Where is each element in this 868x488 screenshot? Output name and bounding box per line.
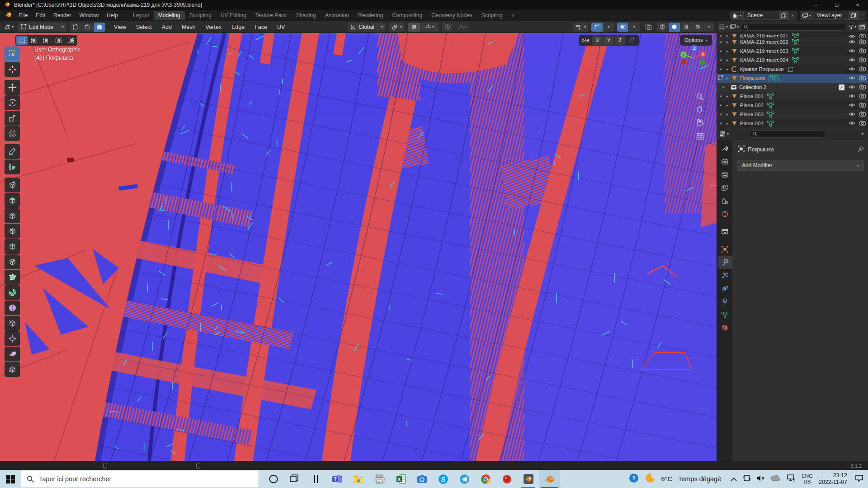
snap-settings-dropdown[interactable]: ▾ [420,23,439,32]
hide-eye-icon[interactable] [849,112,855,117]
correct-face-attributes-icon[interactable] [626,37,638,43]
menu-edit[interactable]: Edit [32,11,49,20]
object-name[interactable]: Plane.003 [740,112,764,117]
expand-arrow-icon[interactable]: ▸ [724,103,731,108]
tool-extrude-region[interactable] [5,193,20,208]
onedrive-cloud-icon[interactable] [771,475,781,483]
expand-arrow-icon[interactable]: ▾ [717,85,730,89]
expand-arrow-icon[interactable]: ▸ [724,49,731,53]
shading-rendered-button[interactable] [692,23,704,32]
select-mode-invert[interactable] [53,36,64,45]
outliner-row-2[interactable]: ●▸КАМА-219 текст.003 [717,47,868,56]
object-name[interactable]: КАМА-219 текст.002 [740,39,788,45]
view-layer-name[interactable]: ViewLayer [813,12,849,19]
workspace-tab-animation[interactable]: Animation [321,11,354,20]
object-name[interactable]: Collection 2 [739,84,766,90]
mesh-data-icon[interactable] [792,57,799,63]
taskbar-search-input[interactable]: Taper ici pour rechercher [21,470,259,488]
tool-inset-faces[interactable] [5,208,20,223]
language-indicator[interactable]: ENG US [802,473,813,485]
hide-eye-icon[interactable] [849,84,855,90]
mesh-data-icon[interactable] [767,94,774,99]
mesh-data-icon[interactable] [792,48,799,54]
outliner-display-mode-button[interactable]: ▾ [730,24,739,30]
properties-tab-physics[interactable] [717,282,732,295]
taskbar-app-teams[interactable]: T [326,470,348,488]
disable-render-camera-icon[interactable] [859,120,866,127]
outliner-row-3[interactable]: ●▸КАМА-219 текст.004 [717,56,868,65]
disable-render-camera-icon[interactable] [859,75,866,81]
expand-arrow-icon[interactable]: ▸ [724,121,731,126]
select-mode-new[interactable] [16,36,28,45]
hide-eye-icon[interactable] [849,94,855,99]
workspace-tab-texture-paint[interactable]: Texture Paint [251,11,292,20]
disable-render-camera-icon[interactable] [859,39,866,45]
view-layer-selector[interactable]: ▾ ViewLayer × [800,11,866,20]
mesh-data-icon[interactable] [767,112,774,117]
outliner-row-7[interactable]: ●▸Plane.001 [717,92,868,101]
outliner-row-10[interactable]: ●▸Plane.004 [717,119,868,128]
pivot-point-dropdown[interactable]: ▾ [389,23,405,32]
move-view-icon[interactable] [694,103,706,115]
disable-render-camera-icon[interactable] [859,111,866,117]
object-name[interactable]: Кривая Покрышки [740,66,783,72]
properties-tab-view-layer[interactable] [717,181,732,194]
workspace-tab-uv-editing[interactable]: UV Editing [216,11,251,20]
expand-arrow-icon[interactable]: ▸ [724,33,731,38]
tool-spin[interactable] [5,285,20,300]
select-mode-intersect[interactable] [65,36,76,45]
properties-tab-object-data[interactable] [717,308,732,321]
disable-render-camera-icon[interactable] [859,102,866,108]
tool-bevel[interactable] [5,224,20,239]
hide-eye-icon[interactable] [849,34,855,38]
properties-editor-type-button[interactable]: ▾ [719,131,729,137]
object-name[interactable]: КАМА-219 текст.004 [740,57,788,63]
taskbar-app-cortana[interactable] [263,470,284,488]
mesh-data-icon[interactable] [767,103,774,108]
object-name[interactable]: КАМА-219 текст.001 [740,33,788,38]
mesh-data-icon[interactable] [769,75,779,82]
object-name[interactable]: КАМА-219 текст.003 [740,48,788,54]
3d-viewport[interactable]: X Y Z Options▾ User Orthographic (43) По… [0,33,717,461]
menu-render[interactable]: Render [49,11,75,20]
viewport-menu-mesh[interactable]: Mesh [177,23,201,32]
taskbar-app-blender-gray[interactable] [518,470,539,488]
breadcrumb-object-name[interactable]: Покрышка [748,146,774,153]
tool-loop-cut[interactable] [5,239,20,254]
workspace-tab-shading[interactable]: Shading [292,11,321,20]
properties-tab-tool[interactable] [717,142,732,155]
weather-temperature[interactable]: 6°C [661,475,672,483]
view-layer-icon[interactable]: ▾ [800,11,813,19]
window-titlebar[interactable]: Blender* [C:\Users\HP\3D Objects\3D моде… [0,0,868,10]
hide-eye-icon[interactable] [849,57,855,63]
properties-tab-output[interactable] [717,168,732,181]
tool-smooth[interactable] [5,300,20,315]
tool-shear[interactable] [5,347,20,361]
volume-muted-icon[interactable] [757,475,765,483]
add-modifier-dropdown[interactable]: Add Modifier ▾ [737,160,864,171]
properties-tab-collection[interactable] [717,225,732,238]
workspace-tab-geometry-nodes[interactable]: Geometry Nodes [427,11,477,20]
clock[interactable]: 23:12 2022-11-07 [819,472,847,486]
mirror-z-toggle[interactable]: Z [615,36,625,45]
taskbar-app-camera[interactable] [411,470,433,488]
overlays-settings-dropdown[interactable]: ▾ [629,23,640,32]
outliner-row-5[interactable]: ▸Покрышка [717,74,868,83]
properties-tab-constraints[interactable] [717,295,732,308]
hide-eye-icon[interactable] [849,103,855,108]
taskbar-app-file-explorer[interactable] [348,470,369,488]
properties-tab-world[interactable] [717,207,732,221]
tool-annotate[interactable] [5,144,20,159]
disable-render-camera-icon[interactable] [859,48,866,54]
outliner-filter-button[interactable]: ▾ [848,24,856,30]
select-mode-subtract[interactable] [41,36,52,45]
scene-selector[interactable]: ▾ Scene × [730,11,797,20]
hide-eye-icon[interactable] [849,39,855,45]
weather-icon[interactable] [645,473,656,485]
proportional-editing-button[interactable] [442,23,453,32]
outliner-row-4[interactable]: ●▸Кривая Покрышки [717,65,868,74]
select-mode-extend[interactable] [28,36,40,45]
tool-move[interactable] [5,80,20,95]
new-scene-button[interactable] [779,11,789,19]
taskbar-app-excel[interactable]: X [390,470,411,488]
